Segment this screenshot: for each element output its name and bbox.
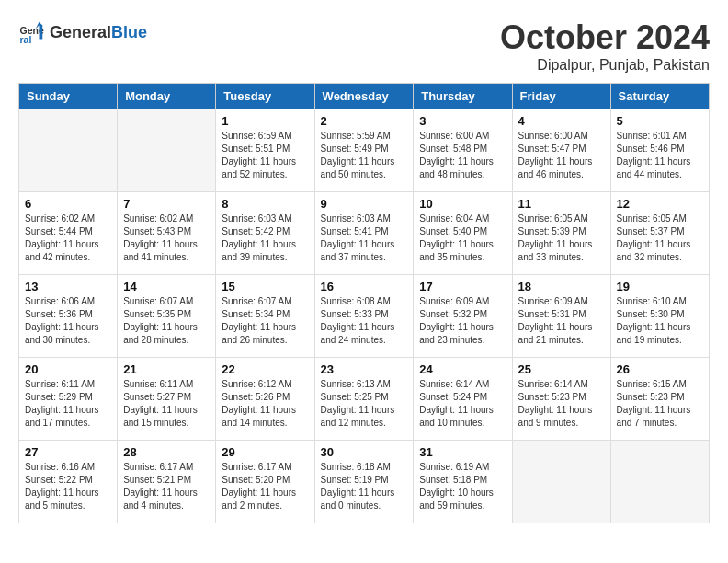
location-title: Dipalpur, Punjab, Pakistan — [500, 57, 710, 74]
day-number: 8 — [222, 197, 308, 211]
day-info: Sunrise: 6:04 AMSunset: 5:40 PMDaylight:… — [419, 213, 506, 264]
day-info: Sunrise: 6:07 AMSunset: 5:35 PMDaylight:… — [123, 295, 210, 347]
calendar-cell: 30Sunrise: 6:18 AMSunset: 5:19 PMDayligh… — [314, 441, 414, 523]
logo-icon: Gene ral — [18, 18, 46, 46]
day-number: 30 — [321, 445, 408, 459]
day-number: 12 — [617, 197, 703, 211]
calendar-cell: 25Sunrise: 6:14 AMSunset: 5:23 PMDayligh… — [512, 358, 610, 441]
day-number: 13 — [25, 280, 111, 293]
week-row-3: 13Sunrise: 6:06 AMSunset: 5:36 PMDayligh… — [19, 275, 710, 358]
day-number: 27 — [25, 445, 111, 459]
day-info: Sunrise: 5:59 AMSunset: 5:49 PMDaylight:… — [321, 130, 408, 181]
weekday-header-tuesday: Tuesday — [216, 84, 314, 109]
day-info: Sunrise: 6:19 AMSunset: 5:18 PMDaylight:… — [419, 461, 506, 512]
day-info: Sunrise: 6:08 AMSunset: 5:33 PMDaylight:… — [321, 295, 408, 347]
day-number: 17 — [419, 280, 506, 293]
day-number: 31 — [419, 445, 506, 459]
day-number: 24 — [419, 362, 506, 376]
day-number: 25 — [518, 362, 605, 376]
day-info: Sunrise: 6:15 AMSunset: 5:23 PMDaylight:… — [617, 378, 703, 430]
calendar-cell: 11Sunrise: 6:05 AMSunset: 5:39 PMDayligh… — [512, 192, 610, 275]
day-number: 11 — [518, 197, 605, 211]
calendar-cell — [118, 109, 216, 192]
calendar-cell: 13Sunrise: 6:06 AMSunset: 5:36 PMDayligh… — [19, 275, 118, 358]
day-number: 21 — [123, 362, 210, 376]
day-number: 19 — [617, 280, 703, 293]
day-info: Sunrise: 6:10 AMSunset: 5:30 PMDaylight:… — [617, 295, 703, 347]
day-info: Sunrise: 6:00 AMSunset: 5:47 PMDaylight:… — [518, 130, 605, 181]
day-number: 9 — [321, 197, 408, 211]
calendar-cell: 7Sunrise: 6:02 AMSunset: 5:43 PMDaylight… — [118, 192, 216, 275]
day-number: 28 — [123, 445, 210, 459]
week-row-2: 6Sunrise: 6:02 AMSunset: 5:44 PMDaylight… — [19, 192, 710, 275]
calendar-cell: 23Sunrise: 6:13 AMSunset: 5:25 PMDayligh… — [314, 358, 414, 441]
day-number: 1 — [222, 114, 308, 128]
weekday-header-monday: Monday — [118, 84, 216, 109]
weekday-header-friday: Friday — [512, 84, 610, 109]
logo-general-text: General — [50, 23, 111, 42]
calendar-cell: 14Sunrise: 6:07 AMSunset: 5:35 PMDayligh… — [118, 275, 216, 358]
calendar-cell: 4Sunrise: 6:00 AMSunset: 5:47 PMDaylight… — [512, 109, 610, 192]
week-row-5: 27Sunrise: 6:16 AMSunset: 5:22 PMDayligh… — [19, 441, 710, 523]
day-number: 4 — [518, 114, 605, 128]
day-info: Sunrise: 6:02 AMSunset: 5:43 PMDaylight:… — [123, 213, 210, 264]
day-info: Sunrise: 6:09 AMSunset: 5:31 PMDaylight:… — [518, 295, 605, 347]
weekday-header-saturday: Saturday — [610, 84, 709, 109]
day-info: Sunrise: 6:14 AMSunset: 5:24 PMDaylight:… — [419, 378, 506, 430]
weekday-header-sunday: Sunday — [19, 84, 118, 109]
week-row-1: 1Sunrise: 6:59 AMSunset: 5:51 PMDaylight… — [19, 109, 710, 192]
calendar-cell: 28Sunrise: 6:17 AMSunset: 5:21 PMDayligh… — [118, 441, 216, 523]
day-info: Sunrise: 6:06 AMSunset: 5:36 PMDaylight:… — [25, 295, 111, 347]
calendar-cell: 6Sunrise: 6:02 AMSunset: 5:44 PMDaylight… — [19, 192, 118, 275]
day-number: 29 — [222, 445, 308, 459]
calendar-cell: 22Sunrise: 6:12 AMSunset: 5:26 PMDayligh… — [216, 358, 314, 441]
calendar-cell: 16Sunrise: 6:08 AMSunset: 5:33 PMDayligh… — [314, 275, 414, 358]
month-title: October 2024 — [500, 18, 710, 57]
day-info: Sunrise: 6:05 AMSunset: 5:39 PMDaylight:… — [518, 213, 605, 264]
day-info: Sunrise: 6:17 AMSunset: 5:20 PMDaylight:… — [222, 461, 308, 512]
day-number: 5 — [617, 114, 703, 128]
calendar-cell: 12Sunrise: 6:05 AMSunset: 5:37 PMDayligh… — [610, 192, 709, 275]
logo-blue-text: Blue — [111, 23, 147, 42]
day-number: 2 — [321, 114, 408, 128]
day-info: Sunrise: 6:07 AMSunset: 5:34 PMDaylight:… — [222, 295, 308, 347]
day-info: Sunrise: 6:17 AMSunset: 5:21 PMDaylight:… — [123, 461, 210, 512]
day-number: 20 — [25, 362, 111, 376]
day-number: 3 — [419, 114, 506, 128]
calendar-cell: 29Sunrise: 6:17 AMSunset: 5:20 PMDayligh… — [216, 441, 314, 523]
day-number: 18 — [518, 280, 605, 293]
day-info: Sunrise: 6:16 AMSunset: 5:22 PMDaylight:… — [25, 461, 111, 512]
title-block: October 2024 Dipalpur, Punjab, Pakistan — [500, 18, 710, 74]
calendar-cell: 8Sunrise: 6:03 AMSunset: 5:42 PMDaylight… — [216, 192, 314, 275]
calendar-cell: 5Sunrise: 6:01 AMSunset: 5:46 PMDaylight… — [610, 109, 709, 192]
day-info: Sunrise: 6:01 AMSunset: 5:46 PMDaylight:… — [617, 130, 703, 181]
calendar-cell: 19Sunrise: 6:10 AMSunset: 5:30 PMDayligh… — [610, 275, 709, 358]
day-info: Sunrise: 6:02 AMSunset: 5:44 PMDaylight:… — [25, 213, 111, 264]
calendar-cell — [512, 441, 610, 523]
calendar-cell — [19, 109, 118, 192]
calendar-cell: 24Sunrise: 6:14 AMSunset: 5:24 PMDayligh… — [414, 358, 512, 441]
logo: Gene ral General Blue — [18, 18, 147, 46]
day-info: Sunrise: 6:59 AMSunset: 5:51 PMDaylight:… — [222, 130, 308, 181]
calendar-cell: 2Sunrise: 5:59 AMSunset: 5:49 PMDaylight… — [314, 109, 414, 192]
day-number: 15 — [222, 280, 308, 293]
day-number: 7 — [123, 197, 210, 211]
weekday-header-row: SundayMondayTuesdayWednesdayThursdayFrid… — [19, 84, 710, 109]
svg-text:ral: ral — [20, 34, 32, 45]
day-number: 14 — [123, 280, 210, 293]
day-number: 26 — [617, 362, 703, 376]
day-number: 23 — [321, 362, 408, 376]
day-info: Sunrise: 6:14 AMSunset: 5:23 PMDaylight:… — [518, 378, 605, 430]
day-info: Sunrise: 6:03 AMSunset: 5:41 PMDaylight:… — [321, 213, 408, 264]
calendar-cell: 18Sunrise: 6:09 AMSunset: 5:31 PMDayligh… — [512, 275, 610, 358]
calendar-cell: 3Sunrise: 6:00 AMSunset: 5:48 PMDaylight… — [414, 109, 512, 192]
day-info: Sunrise: 6:05 AMSunset: 5:37 PMDaylight:… — [617, 213, 703, 264]
calendar-cell: 10Sunrise: 6:04 AMSunset: 5:40 PMDayligh… — [414, 192, 512, 275]
weekday-header-wednesday: Wednesday — [314, 84, 414, 109]
calendar-cell: 9Sunrise: 6:03 AMSunset: 5:41 PMDaylight… — [314, 192, 414, 275]
calendar-cell: 1Sunrise: 6:59 AMSunset: 5:51 PMDaylight… — [216, 109, 314, 192]
day-info: Sunrise: 6:12 AMSunset: 5:26 PMDaylight:… — [222, 378, 308, 430]
calendar-cell: 27Sunrise: 6:16 AMSunset: 5:22 PMDayligh… — [19, 441, 118, 523]
week-row-4: 20Sunrise: 6:11 AMSunset: 5:29 PMDayligh… — [19, 358, 710, 441]
page-header: Gene ral General Blue October 2024 Dipal… — [18, 18, 710, 74]
